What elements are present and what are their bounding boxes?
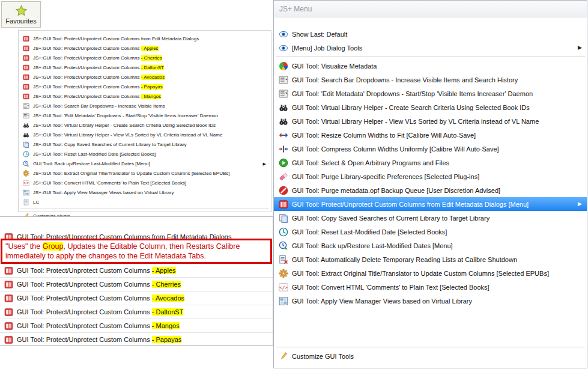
menu-item-label: JS+:GUI Tool: Virtual Library Helper - V… (33, 132, 222, 138)
menu-item-label: JS+:GUI Tool: Virtual Library Helper - C… (33, 123, 216, 128)
menu-item[interactable]: [Menu] Job Dialog Tools▶ (274, 41, 587, 55)
js-menu-window: JS+ Menu Show Last: Default[Menu] Job Di… (273, 0, 587, 368)
highlighted-text: - DaltonST (152, 308, 184, 316)
menu-item[interactable]: GUI Tool: Protect/Unprotect Custom Colum… (0, 333, 273, 346)
protect-icon (23, 35, 29, 42)
menu-item[interactable]: LC (19, 197, 271, 207)
menu-item[interactable]: Show Last: Default (274, 27, 587, 41)
js-menu-titlebar[interactable]: JS+ Menu (274, 1, 587, 17)
menu-item[interactable]: GUI Tool: Resize Column Widths to Fit [C… (274, 128, 587, 142)
menu-item[interactable]: GUI Tool: Search Bar Dropdowns - Increas… (274, 73, 587, 87)
annotation-text-post: , Updates the Editable Column, then Rest… (63, 242, 240, 251)
menu-item-selected[interactable]: GUI Tool: Protect/Unprotect Custom Colum… (274, 197, 587, 211)
protect-icon (23, 84, 29, 90)
menu-item[interactable]: </>GUI Tool: Convert HTML 'Comments' to … (274, 280, 587, 294)
menu-item[interactable]: JS+:GUI Tool: Protect/Unprotect Custom C… (19, 91, 271, 101)
protect-icon (23, 55, 29, 61)
menu-item[interactable]: JS+:GUI Tool: Protect/Unprotect Custom C… (19, 63, 271, 72)
menu-item[interactable]: JS+:GUI Tool: Protect/Unprotect Custom C… (19, 43, 271, 53)
menu-item[interactable]: JS+:GUI Tool: Apply View Manager Views b… (19, 188, 271, 197)
menu-item[interactable]: GUI Tool: Protect/Unprotect Custom Colum… (0, 305, 273, 319)
menu-item[interactable]: </>JS+:GUI Tool: Convert HTML 'Comments'… (19, 178, 271, 188)
copy-icon (279, 213, 288, 223)
menu-item-label: GUI Tool: Back up/Restore Last-Modified … (33, 161, 150, 166)
pencil-icon (279, 352, 288, 361)
highlighted-text: - Avocados (141, 75, 165, 80)
clipped-menu-item[interactable]: GUI Tool: Protect/Unprotect Custom Colum… (0, 230, 273, 239)
menu-item[interactable]: GUI Tool: Visualize Metadata (274, 59, 587, 73)
menu-item[interactable]: JS+:GUI Tool: Protect/Unprotect Custom C… (19, 34, 271, 43)
menu-item-label: Customize GUI Tools (292, 353, 354, 360)
menu-item-label: JS+:GUI Tool: Protect/Unprotect Custom C… (33, 36, 199, 41)
favourites-button[interactable]: Favourites (1, 1, 41, 28)
menu-item[interactable]: JS+:GUI Tool: Virtual Library Helper - V… (19, 130, 271, 139)
menu-item[interactable]: GUI Tool: Select & Open Arbitrary Progra… (274, 156, 587, 169)
menu-item[interactable]: GUI Tool: Purge metadata.opf Backup Queu… (274, 183, 587, 197)
binoculars-icon (279, 103, 288, 112)
menu-item[interactable]: JS+:GUI Tool: Virtual Library Helper - C… (19, 120, 271, 130)
menu-item[interactable]: GUI Tool: Extract Original Title/Transla… (274, 266, 587, 280)
menu-item[interactable]: GUI Tool: Reset Last-Modified Date [Sele… (274, 225, 587, 239)
code-icon: </> (23, 180, 29, 186)
menu-item[interactable]: GUI Tool: Apply View Manager Views based… (274, 294, 587, 308)
dropdown-icon (279, 89, 288, 99)
menu-item[interactable]: Customize GUI Tools (274, 349, 587, 363)
menu-item[interactable]: GUI Tool: Protect/Unprotect Custom Colum… (0, 230, 273, 239)
highlighted-text: - Mangos (141, 94, 161, 99)
menu-item-label: [Menu] Job Dialog Tools (292, 44, 362, 52)
noentry-icon (279, 186, 288, 195)
menu-item-label: GUI Tool: Protect/Unprotect Custom Colum… (17, 294, 184, 302)
menu-item[interactable]: JS+:GUI Tool: Protect/Unprotect Custom C… (19, 53, 271, 63)
menu-item[interactable]: GUI Tool: Protect/Unprotect Custom Colum… (0, 264, 273, 278)
menu-item[interactable]: JS+:GUI Tool: Search Bar Dropdowns - Inc… (19, 101, 271, 111)
highlighted-text: - Cherries (141, 55, 162, 61)
menu-item[interactable]: JS+:GUI Tool: 'Edit Metadata' Dropdowns … (19, 111, 271, 120)
protect-icon (4, 280, 13, 289)
menu-item[interactable]: GUI Tool: Purge Library-specific Prefere… (274, 169, 587, 183)
highlighted-text: - Papayas (152, 336, 182, 343)
menu-item-label: GUI Tool: Convert HTML 'Comments' to Pla… (292, 284, 489, 291)
menu-item[interactable]: JS+:GUI Tool: Extract Original Title/Tra… (19, 168, 271, 178)
menu-item-label: GUI Tool: Back up/Restore Last-Modified … (292, 242, 453, 249)
menu-item[interactable]: GUI Tool: Protect/Unprotect Custom Colum… (0, 291, 273, 305)
menu-item[interactable]: GUI Tool: Protect/Unprotect Custom Colum… (0, 319, 273, 333)
eye-icon (279, 29, 288, 39)
annotation-line-2: immediately to apply the changes to the … (5, 251, 267, 261)
menu-separator (276, 56, 585, 57)
menu-item-label: JS+:GUI Tool: Copy Saved Searches of Cur… (33, 142, 187, 147)
menu-spacer (274, 308, 587, 345)
clock-backup-icon (279, 241, 288, 251)
menu-item[interactable]: GUI Tool: 'Edit Metadata' Dropdowns - St… (274, 87, 587, 100)
menu-item-label: JS+:GUI Tool: Protect/Unprotect Custom C… (33, 65, 164, 70)
menu-item[interactable]: GUI Tool: Back up/Restore Last-Modified … (19, 159, 271, 168)
menu-item[interactable]: GUI Tool: Protect/Unprotect Custom Colum… (0, 278, 273, 291)
menu-item-label: JS+:GUI Tool: 'Edit Metadata' Dropdowns … (33, 113, 218, 118)
protect-icon (23, 93, 29, 100)
menu-item[interactable]: GUI Tool: Back up/Restore Last-Modified … (274, 239, 587, 252)
menu-item-label: GUI Tool: 'Edit Metadata' Dropdowns - St… (292, 90, 533, 97)
menu-item[interactable]: GUI Tool: Virtual Library Helper - View … (274, 114, 587, 128)
menu-item[interactable]: JS+:GUI Tool: Reset Last-Modified Date [… (19, 149, 271, 159)
protect-icon (4, 335, 13, 344)
protect-icon (23, 64, 29, 71)
menu-item[interactable]: JS+:GUI Tool: Protect/Unprotect Custom C… (19, 72, 271, 82)
submenu-arrow-icon: ▶ (578, 201, 582, 207)
menu-item[interactable]: JS+:GUI Tool: Copy Saved Searches of Cur… (19, 139, 271, 149)
menu-item-label: GUI Tool: Protect/Unprotect Custom Colum… (17, 267, 176, 274)
protect-icon (4, 322, 13, 331)
dropdown-icon (23, 103, 29, 109)
menu-item[interactable]: GUI Tool: Compress Column Widths Uniform… (274, 142, 587, 156)
menu-item-label: JS+:GUI Tool: Reset Last-Modified Date [… (33, 151, 156, 157)
menu-item[interactable]: GUI Tool: Virtual Library Helper - Creat… (274, 100, 587, 114)
menu-item-label: GUI Tool: Protect/Unprotect Custom Colum… (292, 201, 529, 208)
highlighted-text: - Apples (141, 46, 159, 51)
menu-item[interactable]: GUI Tool: Automatically Delete Temporary… (274, 252, 587, 266)
menu-item[interactable]: JS+:GUI Tool: Protect/Unprotect Custom C… (19, 82, 271, 91)
menu-item-label: JS+:GUI Tool: Apply View Manager Views b… (33, 190, 174, 195)
menu-item-label: GUI Tool: Compress Column Widths Uniform… (292, 145, 499, 153)
svg-text:</>: </> (23, 181, 29, 184)
menu-item[interactable]: GUI Tool: Copy Saved Searches of Current… (274, 211, 587, 225)
protect-icon (279, 200, 288, 209)
play-icon (279, 158, 288, 168)
grid-icon (23, 189, 29, 196)
